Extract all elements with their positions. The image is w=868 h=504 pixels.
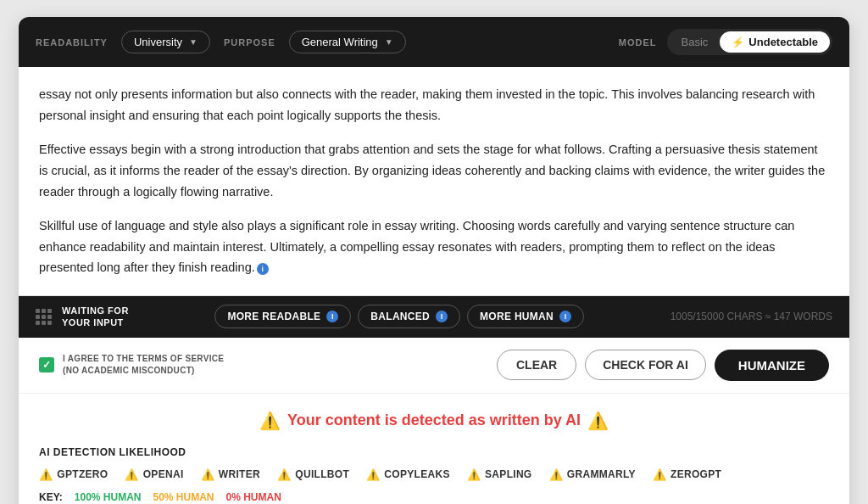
warn-openai-icon: ⚠️ <box>125 468 138 481</box>
purpose-value: General Writing <box>302 36 378 48</box>
clear-button[interactable]: CLEAR <box>497 350 576 380</box>
key-0-human: 0% HUMAN <box>225 491 281 503</box>
warn-zerogpt-icon: ⚠️ <box>653 468 666 481</box>
model-label: MODEL <box>619 37 657 48</box>
detector-sapling-label: SAPLING <box>485 468 531 480</box>
model-undetectable[interactable]: ⚡ Undetectable <box>720 31 830 53</box>
detector-grammarly-label: GRAMMARLY <box>567 468 636 480</box>
checkbox-check-icon: ✓ <box>42 359 51 371</box>
model-toggle: Basic ⚡ Undetectable <box>667 29 832 55</box>
agree-checkbox[interactable]: ✓ <box>39 357 54 372</box>
purpose-chevron-icon: ▼ <box>385 37 393 47</box>
detector-quillbot-label: QUILLBOT <box>295 468 349 480</box>
key-label: KEY: <box>39 491 63 503</box>
char-count: 1005/15000 CHARS ≈ 147 WORDS <box>670 311 832 322</box>
action-row: ✓ I AGREE TO THE TERMS OF SERVICE (NO AC… <box>19 338 849 394</box>
text-editor-area[interactable]: essay not only presents information but … <box>19 67 849 296</box>
detector-list: ⚠️ GPTZERO ⚠️ OPENAI ⚠️ WRITER ⚠️ QUILLB… <box>39 468 829 481</box>
purpose-dropdown[interactable]: General Writing ▼ <box>289 31 406 53</box>
model-section: MODEL Basic ⚡ Undetectable <box>619 29 832 55</box>
detector-gptzero: ⚠️ GPTZERO <box>39 468 108 481</box>
detector-copyleaks-label: COPYLEAKS <box>384 468 449 480</box>
detector-openai-label: OPENAI <box>143 468 184 480</box>
readability-chevron-icon: ▼ <box>189 37 198 47</box>
detection-section: ⚠️ Your content is detected as written b… <box>19 394 849 504</box>
readability-label: READABILITY <box>36 37 108 48</box>
agree-section: ✓ I AGREE TO THE TERMS OF SERVICE (NO AC… <box>39 353 497 377</box>
humanize-button[interactable]: HUMANIZE <box>715 350 829 381</box>
action-buttons-group: CLEAR CHECK FOR AI HUMANIZE <box>497 350 829 381</box>
grid-menu-icon[interactable] <box>36 309 52 325</box>
detector-grammarly: ⚠️ GRAMMARLY <box>549 468 636 481</box>
waiting-label: WAITING FOR YOUR INPUT <box>62 305 129 329</box>
key-100-human: 100% HUMAN <box>75 491 142 503</box>
detector-copyleaks: ⚠️ COPYLEAKS <box>366 468 450 481</box>
balanced-button[interactable]: BALANCED i <box>358 305 460 328</box>
warn-grammarly-icon: ⚠️ <box>549 468 563 481</box>
detector-zerogpt: ⚠️ ZEROGPT <box>653 468 721 481</box>
readability-dropdown[interactable]: University ▼ <box>121 31 210 53</box>
text-paragraph-3: Skillful use of language and style also … <box>39 216 829 278</box>
more-human-info-icon: i <box>559 311 571 322</box>
top-bar: READABILITY University ▼ PURPOSE General… <box>19 17 849 67</box>
model-basic[interactable]: Basic <box>670 31 721 53</box>
detector-sapling: ⚠️ SAPLING <box>467 468 532 481</box>
balanced-info-icon: i <box>436 311 448 322</box>
warn-gptzero-icon: ⚠️ <box>39 468 53 481</box>
mode-buttons-group: MORE READABLE i BALANCED i MORE HUMAN i <box>139 305 660 328</box>
lightning-icon: ⚡ <box>732 36 744 48</box>
key-row: KEY: 100% HUMAN 50% HUMAN 0% HUMAN <box>39 491 829 503</box>
key-50-human: 50% HUMAN <box>153 491 214 503</box>
app-container: READABILITY University ▼ PURPOSE General… <box>19 17 849 504</box>
detector-gptzero-label: GPTZERO <box>57 468 108 480</box>
warn-writer-icon: ⚠️ <box>201 468 214 481</box>
detection-likelihood-label: AI DETECTION LIKELIHOOD <box>39 446 829 458</box>
readability-value: University <box>134 36 182 48</box>
warning-icon-left: ⚠️ <box>259 411 281 431</box>
more-human-button[interactable]: MORE HUMAN i <box>467 305 584 328</box>
text-paragraph-1: essay not only presents information but … <box>39 84 829 126</box>
text-content: essay not only presents information but … <box>39 84 829 278</box>
more-readable-info-icon: i <box>326 311 338 322</box>
detector-openai: ⚠️ OPENAI <box>125 468 183 481</box>
agree-text: I AGREE TO THE TERMS OF SERVICE (NO ACAD… <box>63 353 224 377</box>
check-ai-button[interactable]: CHECK FOR AI <box>585 350 706 380</box>
detector-quillbot: ⚠️ QUILLBOT <box>277 468 349 481</box>
warning-icon-right: ⚠️ <box>587 411 609 431</box>
detector-zerogpt-label: ZEROGPT <box>670 468 721 480</box>
more-readable-button[interactable]: MORE READABLE i <box>214 305 351 328</box>
purpose-label: PURPOSE <box>224 37 275 48</box>
text-paragraph-2: Effective essays begin with a strong int… <box>39 139 829 202</box>
warn-quillbot-icon: ⚠️ <box>277 468 291 481</box>
detection-alert: ⚠️ Your content is detected as written b… <box>39 411 829 431</box>
warn-copyleaks-icon: ⚠️ <box>366 468 380 481</box>
warn-sapling-icon: ⚠️ <box>467 468 481 481</box>
info-dot-icon: i <box>257 263 269 275</box>
detector-writer: ⚠️ WRITER <box>201 468 260 481</box>
bottom-toolbar: WAITING FOR YOUR INPUT MORE READABLE i B… <box>19 296 849 338</box>
detector-writer-label: WRITER <box>219 468 260 480</box>
